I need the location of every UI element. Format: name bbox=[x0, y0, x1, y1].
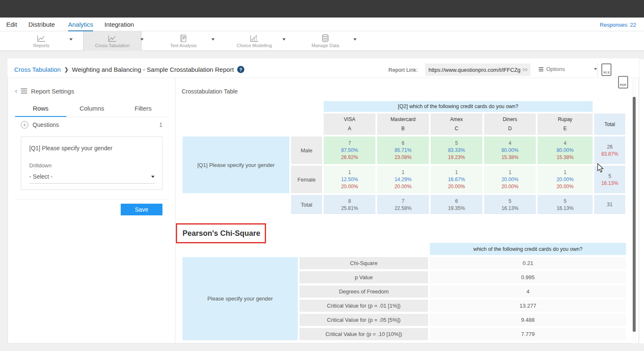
cell-female-mastercard: 114.29%20.00% bbox=[377, 166, 429, 193]
column-header-total: Total bbox=[594, 114, 625, 135]
column-group-header: [Q2] which of the following credit cards… bbox=[324, 101, 593, 112]
survey-nav bbox=[0, 18, 644, 31]
drilldown-label: Drilldown bbox=[29, 162, 51, 169]
column-header-mastercard: MastercardB bbox=[377, 114, 429, 135]
stat-label: Degrees of Freedom bbox=[299, 285, 428, 298]
help-icon[interactable]: ? bbox=[237, 66, 244, 73]
report-link-field[interactable]: https://www.questionpro.com/t/lFFCZg bbox=[425, 63, 530, 76]
text-analysis-dropdown[interactable] bbox=[211, 38, 215, 40]
stat-value: 4 bbox=[430, 285, 626, 298]
column-header-visa: VISAA bbox=[324, 114, 375, 135]
toolbar-tab-manage-data[interactable]: Manage Data bbox=[296, 31, 355, 51]
breadcrumb-separator: ❯ bbox=[64, 66, 68, 73]
cell-total-rupay: 516.13% bbox=[538, 195, 593, 214]
cell-female-rupay: 120.00%20.00% bbox=[538, 166, 593, 193]
cell-total-amex: 619.35% bbox=[431, 195, 482, 214]
divider bbox=[597, 63, 598, 77]
menu-icon bbox=[21, 87, 27, 95]
crosstab-section-title: Crosstabulation Table bbox=[182, 88, 238, 95]
cell-total-diners: 516.13% bbox=[484, 195, 536, 214]
settings-tabs: Rows Columns Filters bbox=[15, 102, 169, 117]
collapse-panel-icon[interactable]: ‹ bbox=[15, 87, 17, 95]
tab-filters[interactable]: Filters bbox=[117, 102, 169, 117]
stat-label: Chi-Square bbox=[299, 257, 428, 269]
chevron-down-icon bbox=[594, 68, 597, 70]
report-settings-header: ‹ Report Settings bbox=[15, 87, 74, 95]
stat-label: Critical Value for (p = .01 [1%]) bbox=[299, 300, 428, 312]
cross-tabulation-dropdown[interactable] bbox=[140, 38, 144, 40]
report-link-url[interactable]: https://www.questionpro.com/t/lFFCZg bbox=[428, 67, 520, 73]
export-pdf-button[interactable]: PDF bbox=[618, 76, 628, 88]
question-text: [Q1] Please specify your gender bbox=[29, 145, 112, 152]
options-label: Options bbox=[546, 66, 565, 72]
nav-analytics[interactable]: Analytics bbox=[68, 21, 93, 31]
row-label-female: Female bbox=[291, 166, 322, 193]
toolbar-tab-cross-tabulation[interactable]: Cross-Tabulation bbox=[83, 31, 142, 51]
report-link-label: Report Link: bbox=[388, 67, 418, 73]
cell-total-visa: 825.81% bbox=[324, 195, 375, 214]
save-button[interactable]: Save bbox=[121, 204, 162, 215]
questions-label: Questions bbox=[33, 121, 59, 128]
cell-male-amex: 583.33%19.23% bbox=[431, 136, 482, 164]
link-icon bbox=[523, 68, 527, 72]
panel-divider bbox=[175, 78, 175, 343]
options-menu[interactable]: Options bbox=[539, 66, 597, 72]
report-breadcrumb: Cross Tabulation ❯ Weighting and Balanci… bbox=[14, 66, 244, 73]
chi-square-row-question: Please specify your gender bbox=[183, 257, 298, 340]
page-scroll-gutter bbox=[639, 59, 644, 351]
reports-dropdown[interactable] bbox=[69, 38, 73, 40]
questions-count: 1 bbox=[159, 121, 162, 128]
drilldown-select[interactable]: - Select - bbox=[29, 173, 155, 184]
add-question-icon[interactable]: + bbox=[21, 121, 28, 129]
stat-value: 13.277 bbox=[430, 300, 626, 312]
chi-square-table: which of the following credit cards do y… bbox=[183, 243, 626, 340]
cell-female-diners: 120.00%20.00% bbox=[484, 166, 536, 193]
stat-value: 7.779 bbox=[430, 328, 626, 340]
database-icon bbox=[321, 34, 330, 42]
footer-strip bbox=[0, 343, 644, 351]
divider bbox=[15, 199, 169, 199]
cell-female-amex: 116.67%20.00% bbox=[431, 166, 482, 193]
stat-value: 0.995 bbox=[430, 271, 626, 283]
toolbar-tab-reports[interactable]: Reports bbox=[12, 31, 71, 51]
cell-male-diners: 480.00%15.38% bbox=[484, 136, 536, 164]
stat-label: Critical Value for (p = .05 [5%]) bbox=[299, 314, 428, 326]
tab-columns[interactable]: Columns bbox=[66, 102, 118, 117]
column-header-amex: AmexC bbox=[431, 114, 482, 135]
cell-male-rupay: 480.00%15.38% bbox=[538, 136, 593, 164]
nav-edit[interactable]: Edit bbox=[6, 21, 17, 28]
scatter-chart-icon bbox=[250, 35, 259, 42]
export-xls-button[interactable]: XLS bbox=[601, 63, 611, 76]
top-navbar bbox=[0, 0, 644, 18]
row-question-cell: [Q1] Please specify your gender bbox=[183, 136, 289, 193]
cell-total-mastercard: 722.58% bbox=[377, 195, 429, 214]
nav-integration[interactable]: Integration bbox=[104, 21, 134, 28]
stat-label: p Value bbox=[299, 271, 428, 283]
stat-value: 9.488 bbox=[430, 314, 626, 326]
chevron-down-icon bbox=[151, 176, 155, 178]
drilldown-value: - Select - bbox=[29, 173, 53, 180]
column-header-rupay: RupayE bbox=[538, 114, 593, 135]
book-icon bbox=[179, 35, 188, 42]
crosstab-table: [Q2] which of the following credit cards… bbox=[183, 101, 625, 214]
choice-modelling-dropdown[interactable] bbox=[282, 38, 286, 40]
line-chart-icon bbox=[37, 35, 46, 42]
report-settings-title: Report Settings bbox=[31, 88, 74, 95]
cell-female-visa: 112.50%20.00% bbox=[324, 166, 375, 193]
line-chart-icon bbox=[108, 35, 117, 42]
chi-square-heading: Pearson's Chi-Square bbox=[183, 229, 260, 238]
manage-data-dropdown[interactable] bbox=[353, 38, 357, 40]
nav-distribute[interactable]: Distribute bbox=[28, 21, 55, 28]
scrollbar-thumb[interactable] bbox=[633, 97, 636, 332]
tab-rows[interactable]: Rows bbox=[15, 102, 66, 117]
report-title: Weighting and Balancing - Sample Crossta… bbox=[72, 66, 233, 73]
stat-label: Critical Value for (p = .10 [10%]) bbox=[299, 328, 428, 340]
chi-square-heading-annotation: Pearson's Chi-Square bbox=[176, 223, 266, 243]
toolbar-tab-choice-modelling[interactable]: Choice Modelling bbox=[225, 31, 284, 51]
responses-count: Responses: 22 bbox=[600, 22, 636, 28]
column-header-diners: DinersD bbox=[484, 114, 536, 135]
questions-row[interactable]: + Questions 1 bbox=[21, 121, 162, 129]
cross-tabulation-link[interactable]: Cross Tabulation bbox=[14, 66, 61, 73]
toolbar-tab-text-analysis[interactable]: Text Analysis bbox=[154, 31, 213, 51]
cell-male-visa: 787.50%26.92% bbox=[324, 136, 375, 164]
